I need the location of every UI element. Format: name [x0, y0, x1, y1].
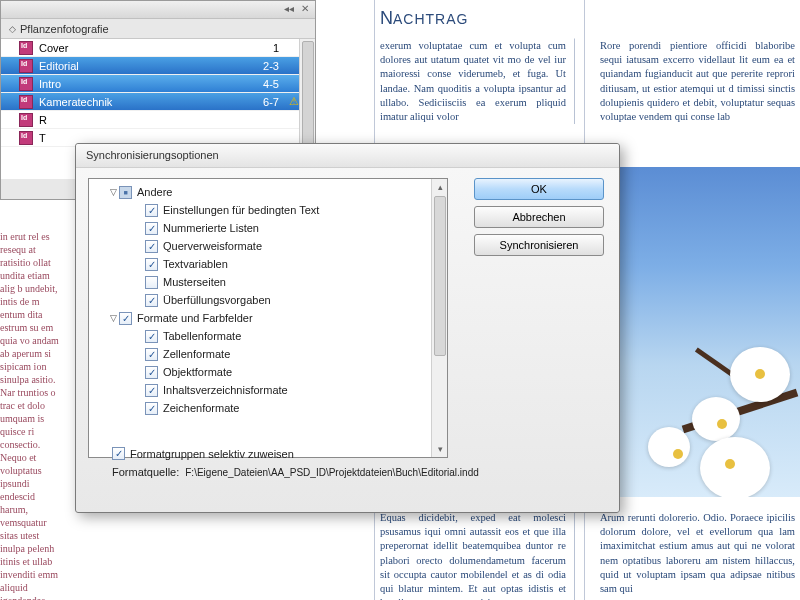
- book-row-kameratechnik[interactable]: Kameratechnik6-7: [1, 93, 315, 111]
- option-label: Querverweisformate: [163, 240, 262, 252]
- checkbox-icon[interactable]: [145, 384, 158, 397]
- indesign-doc-icon: [19, 59, 33, 73]
- checkbox-icon[interactable]: [145, 240, 158, 253]
- option-label: Objektformate: [163, 366, 232, 378]
- book-row-r[interactable]: R: [1, 111, 315, 129]
- sync-options-dialog: Synchronisierungsoptionen ▽AndereEinstel…: [75, 143, 620, 513]
- dialog-title: Synchronisierungsoptionen: [76, 144, 619, 168]
- disclosure-icon[interactable]: ▽: [107, 313, 119, 323]
- option-a-0[interactable]: Einstellungen für bedingten Text: [93, 201, 443, 219]
- checkbox-icon[interactable]: [145, 204, 158, 217]
- book-row-cover[interactable]: Cover1: [1, 39, 315, 57]
- heading-cap: N: [380, 8, 393, 28]
- doc-name: Editorial: [39, 60, 239, 72]
- disclosure-icon[interactable]: ▽: [107, 187, 119, 197]
- page-range: 1: [239, 42, 289, 54]
- option-a-5[interactable]: Überfüllungsvorgaben: [93, 291, 443, 309]
- checkbox-icon[interactable]: [119, 312, 132, 325]
- checkbox-icon[interactable]: [145, 258, 158, 271]
- text-column-2-low: Arum rerunti dolorerio. Odio. Poraece ip…: [600, 510, 795, 596]
- option-label: Inhaltsverzeichnisformate: [163, 384, 288, 396]
- indesign-doc-icon: [19, 131, 33, 145]
- checkbox-icon: [112, 447, 125, 460]
- panel-collapse-icon[interactable]: ◂◂: [283, 3, 295, 15]
- checkbox-icon[interactable]: [145, 276, 158, 289]
- indesign-doc-icon: [19, 113, 33, 127]
- format-source-label: Formatquelle:: [112, 466, 179, 478]
- tree-scrollbar[interactable]: ▴ ▾: [431, 179, 447, 457]
- option-b-1[interactable]: Zellenformate: [93, 345, 443, 363]
- option-label: Tabellenformate: [163, 330, 241, 342]
- checkbox-icon[interactable]: [145, 222, 158, 235]
- selective-assign-checkbox[interactable]: Formatgruppen selektiv zuweisen: [112, 447, 479, 460]
- doc-name: R: [39, 114, 239, 126]
- doc-name: Kameratechnik: [39, 96, 239, 108]
- option-label: Musterseiten: [163, 276, 226, 288]
- text-column-1: exerum voluptatae cum et volupta cum dol…: [380, 38, 575, 124]
- option-label: Andere: [137, 186, 172, 198]
- option-label: Einstellungen für bedingten Text: [163, 204, 319, 216]
- dialog-button-column: OK Abbrechen Synchronisieren: [458, 178, 607, 502]
- option-label: Zellenformate: [163, 348, 230, 360]
- option-b-0[interactable]: Tabellenformate: [93, 327, 443, 345]
- heading-smallcaps: ACHTRAG: [393, 11, 468, 27]
- option-b-2[interactable]: Objektformate: [93, 363, 443, 381]
- option-label: Nummerierte Listen: [163, 222, 259, 234]
- page-range: 2-3: [239, 60, 289, 72]
- indesign-doc-icon: [19, 77, 33, 91]
- option-label: Überfüllungsvorgaben: [163, 294, 271, 306]
- synchronize-button[interactable]: Synchronisieren: [474, 234, 604, 256]
- checkbox-icon[interactable]: [145, 366, 158, 379]
- cancel-button[interactable]: Abbrechen: [474, 206, 604, 228]
- format-source-path: F:\Eigene_Dateien\AA_PSD_ID\Projektdatei…: [185, 467, 479, 478]
- doc-name: Intro: [39, 78, 239, 90]
- panel-close-icon[interactable]: ✕: [299, 3, 311, 15]
- scroll-up-icon[interactable]: ▴: [432, 179, 448, 195]
- page-range: 6-7: [239, 96, 289, 108]
- panel-header[interactable]: ◂◂ ✕: [1, 1, 315, 19]
- option-a-4[interactable]: Musterseiten: [93, 273, 443, 291]
- checkbox-icon[interactable]: [145, 330, 158, 343]
- format-source-row: Formatquelle: F:\Eigene_Dateien\AA_PSD_I…: [112, 466, 479, 478]
- indesign-doc-icon: [19, 41, 33, 55]
- page-heading: NACHTRAG: [380, 8, 468, 29]
- checkbox-icon[interactable]: [145, 294, 158, 307]
- checkbox-icon[interactable]: [145, 348, 158, 361]
- dropdown-icon: ◇: [9, 24, 16, 34]
- option-b-4[interactable]: Zeichenformate: [93, 399, 443, 417]
- options-tree: ▽AndereEinstellungen für bedingten TextN…: [88, 178, 448, 458]
- checkbox-icon[interactable]: [145, 402, 158, 415]
- panel-title: Pflanzenfotografie: [20, 23, 109, 35]
- option-label: Textvariablen: [163, 258, 228, 270]
- option-a-1[interactable]: Nummerierte Listen: [93, 219, 443, 237]
- group-formate[interactable]: ▽Formate und Farbfelder: [93, 309, 443, 327]
- group-andere[interactable]: ▽Andere: [93, 183, 443, 201]
- doc-name: Cover: [39, 42, 239, 54]
- text-column-2: Rore porendi pientiore officidi blaborib…: [600, 38, 795, 124]
- ok-button[interactable]: OK: [474, 178, 604, 200]
- selective-assign-label: Formatgruppen selektiv zuweisen: [130, 448, 294, 460]
- doc-name: T: [39, 132, 239, 144]
- book-row-editorial[interactable]: Editorial2-3: [1, 57, 315, 75]
- option-a-2[interactable]: Querverweisformate: [93, 237, 443, 255]
- book-row-intro[interactable]: Intro4-5: [1, 75, 315, 93]
- option-label: Zeichenformate: [163, 402, 239, 414]
- checkbox-icon[interactable]: [119, 186, 132, 199]
- text-column-1-low: Equas dicidebit, exped eat molesci psusa…: [380, 510, 575, 600]
- option-label: Formate und Farbfelder: [137, 312, 253, 324]
- page-range: 4-5: [239, 78, 289, 90]
- indesign-doc-icon: [19, 95, 33, 109]
- left-page-text: in erut rel es resequ at ratisitio ollat…: [0, 230, 62, 600]
- panel-tab[interactable]: ◇ Pflanzenfotografie: [1, 19, 315, 39]
- option-a-3[interactable]: Textvariablen: [93, 255, 443, 273]
- option-b-3[interactable]: Inhaltsverzeichnisformate: [93, 381, 443, 399]
